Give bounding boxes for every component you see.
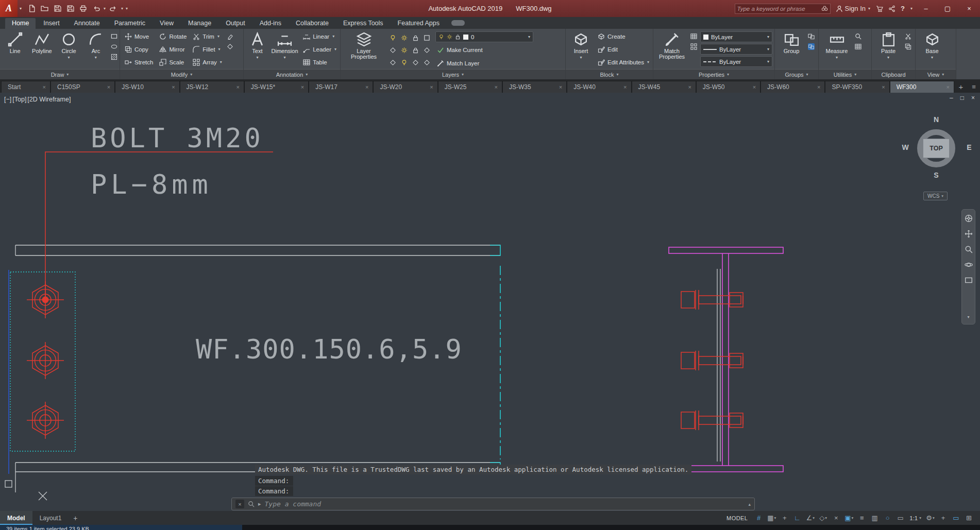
redo-button[interactable] bbox=[108, 3, 119, 14]
layer-isolate-icon[interactable] bbox=[390, 47, 396, 54]
model-space-toggle[interactable]: MODEL bbox=[726, 515, 748, 521]
grid-display-icon[interactable]: # bbox=[753, 512, 765, 524]
mirror-button[interactable]: Mirror bbox=[158, 43, 188, 55]
layer-dropdown[interactable]: 0 ▾ bbox=[435, 31, 533, 42]
command-input-bar[interactable]: × ▸ Type a command ▴ bbox=[231, 498, 755, 510]
copy-clip-icon[interactable] bbox=[905, 43, 911, 50]
ribbon-display-toggle-icon[interactable] bbox=[451, 20, 465, 26]
save-as-button[interactable] bbox=[64, 3, 76, 14]
stay-connected-icon[interactable] bbox=[888, 5, 895, 12]
leader-button[interactable]: Leader▾ bbox=[301, 43, 338, 55]
linear-button[interactable]: Linear▾ bbox=[301, 30, 338, 42]
table-button[interactable]: Table bbox=[301, 56, 338, 68]
snap-mode-icon[interactable]: ▦▾ bbox=[766, 512, 778, 524]
file-tab[interactable]: JS-W10× bbox=[115, 81, 179, 93]
undo-button[interactable] bbox=[90, 3, 102, 14]
showmotion-icon[interactable] bbox=[965, 276, 973, 284]
trim-button[interactable]: Trim▾ bbox=[191, 30, 224, 42]
panel-label-view[interactable]: View▾ bbox=[916, 69, 956, 79]
tab-output[interactable]: Output bbox=[219, 18, 252, 29]
file-tab[interactable]: JS-W25× bbox=[438, 81, 502, 93]
model-tab[interactable]: Model bbox=[0, 511, 32, 525]
tab-close-icon[interactable]: × bbox=[817, 84, 820, 90]
viewport-menu-control[interactable]: [−] bbox=[4, 96, 11, 103]
file-tab[interactable]: C150SP× bbox=[50, 81, 115, 93]
tab-close-icon[interactable]: × bbox=[43, 84, 46, 90]
file-tab[interactable]: JS-W60× bbox=[761, 81, 825, 93]
command-input-placeholder[interactable]: Type a command bbox=[265, 500, 745, 508]
tab-express-tools[interactable]: Express Tools bbox=[336, 18, 390, 29]
customize-qat-arrow[interactable]: ▾ bbox=[125, 6, 128, 11]
tab-collaborate[interactable]: Collaborate bbox=[289, 18, 335, 29]
properties-palette-icon[interactable] bbox=[690, 43, 697, 50]
layout1-tab[interactable]: Layout1 bbox=[32, 511, 69, 525]
tab-featured-apps[interactable]: Featured Apps bbox=[391, 18, 446, 29]
panel-label-annotation[interactable]: Annotation▾ bbox=[244, 69, 340, 79]
file-tab[interactable]: JS-W15*× bbox=[244, 81, 309, 93]
workspace-gear-icon[interactable]: ⚙▾ bbox=[924, 512, 936, 524]
sign-in-control[interactable]: Sign In ▾ bbox=[836, 5, 871, 12]
command-history-toggle-icon[interactable]: ▴ bbox=[748, 502, 751, 507]
tab-close-icon[interactable]: × bbox=[107, 84, 110, 90]
ungroup-icon[interactable] bbox=[808, 33, 815, 40]
viewport-style-control[interactable]: [2D Wireframe] bbox=[27, 96, 71, 103]
annotation-monitor-icon[interactable]: + bbox=[937, 512, 949, 524]
maximize-button[interactable]: ▢ bbox=[937, 0, 958, 17]
file-tab[interactable]: JS-W45× bbox=[632, 81, 696, 93]
tab-close-icon[interactable]: × bbox=[882, 84, 885, 90]
close-button[interactable]: × bbox=[958, 0, 980, 17]
match-properties-button[interactable]: Match Properties bbox=[656, 30, 687, 69]
rotate-button[interactable]: Rotate bbox=[158, 30, 188, 42]
layer-delete-icon[interactable] bbox=[412, 59, 419, 66]
ortho-mode-icon[interactable]: ∟ bbox=[791, 512, 803, 524]
file-tab-active[interactable]: WF300× bbox=[890, 81, 954, 93]
tab-add-ins[interactable]: Add-ins bbox=[253, 18, 288, 29]
quick-select-icon[interactable] bbox=[855, 33, 861, 40]
panel-label-modify[interactable]: Modify▾ bbox=[120, 69, 243, 79]
tab-overflow-menu-icon[interactable]: ≡ bbox=[968, 81, 980, 93]
fillet-button[interactable]: Fillet▾ bbox=[191, 43, 224, 55]
file-tab[interactable]: JS-W20× bbox=[373, 81, 437, 93]
panel-label-groups[interactable]: Groups▾ bbox=[775, 69, 818, 79]
tab-close-icon[interactable]: × bbox=[753, 84, 756, 90]
match-layer-button[interactable]: Match Layer bbox=[435, 57, 533, 69]
layer-color-icon[interactable] bbox=[424, 35, 430, 41]
view-cube-west[interactable]: W bbox=[899, 143, 911, 151]
orbit-icon[interactable] bbox=[965, 261, 973, 269]
clean-screen-icon[interactable]: ⊞ bbox=[963, 512, 975, 524]
layer-freeze-icon[interactable] bbox=[401, 35, 408, 41]
layer-unisolate-icon[interactable] bbox=[401, 47, 408, 54]
copy-button[interactable]: Copy bbox=[123, 43, 155, 55]
pan-icon[interactable] bbox=[965, 230, 973, 238]
create-block-button[interactable]: Create bbox=[596, 30, 651, 42]
view-cube-face[interactable]: TOP bbox=[923, 139, 950, 158]
help-dropdown-arrow[interactable]: ▾ bbox=[910, 6, 913, 11]
panel-label-properties[interactable]: Properties▾ bbox=[653, 69, 774, 79]
array-button[interactable]: Array▾ bbox=[191, 56, 224, 68]
doc-restore-icon[interactable]: □ bbox=[960, 94, 964, 101]
tab-annotate[interactable]: Annotate bbox=[67, 18, 107, 29]
layer-walk-icon[interactable] bbox=[424, 47, 430, 54]
plate-annotation-text[interactable]: PL−8mm bbox=[91, 169, 212, 200]
panel-label-layers[interactable]: Layers▾ bbox=[341, 69, 565, 79]
cut-icon[interactable] bbox=[905, 33, 911, 40]
tab-view[interactable]: View bbox=[153, 18, 180, 29]
group-button[interactable]: Group bbox=[778, 30, 805, 69]
new-layout-button[interactable]: + bbox=[69, 514, 82, 522]
new-drawing-tab-button[interactable]: + bbox=[954, 81, 968, 93]
command-close-icon[interactable]: × bbox=[235, 500, 244, 508]
line-button[interactable]: Line bbox=[3, 30, 27, 69]
tab-home[interactable]: Home bbox=[5, 18, 36, 29]
annotation-scale-button[interactable]: 1:1▾ bbox=[907, 512, 923, 524]
tab-close-icon[interactable]: × bbox=[301, 84, 304, 90]
drawing-area[interactable]: [−] [Top] [2D Wireframe] – □ × BOLT 3M20… bbox=[0, 93, 980, 511]
file-tab[interactable]: JS-W35× bbox=[502, 81, 567, 93]
object-color-dropdown[interactable]: ByLayer▾ bbox=[700, 31, 772, 42]
search-input[interactable] bbox=[737, 6, 819, 12]
viewport-view-control[interactable]: [Top] bbox=[12, 96, 26, 103]
object-snap-icon[interactable]: ▣▾ bbox=[843, 512, 855, 524]
view-cube-south[interactable]: S bbox=[930, 171, 942, 179]
file-tab[interactable]: SP-WF350× bbox=[825, 81, 889, 93]
zoom-icon[interactable] bbox=[965, 245, 973, 253]
file-tab[interactable]: JS-W17× bbox=[309, 81, 373, 93]
